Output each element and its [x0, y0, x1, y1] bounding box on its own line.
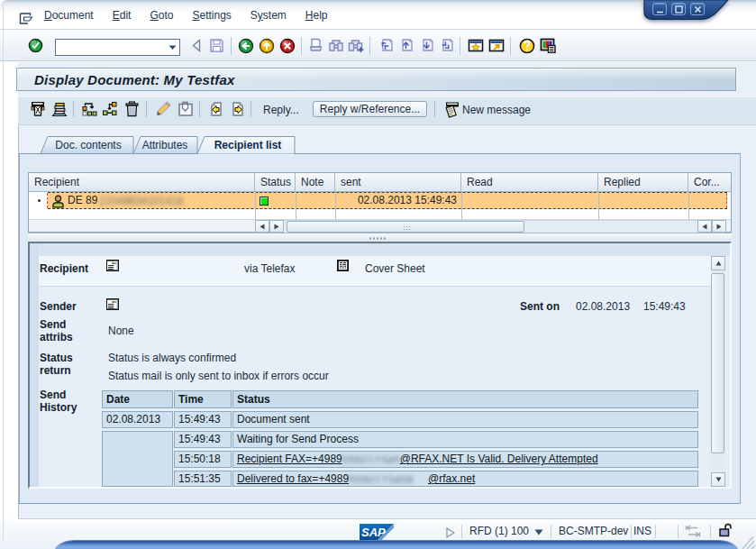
lock-icon[interactable]	[718, 523, 733, 538]
menu-goto[interactable]: Goto	[140, 6, 182, 23]
toolbar-separator	[231, 37, 232, 55]
menu-help[interactable]: Help	[296, 6, 337, 23]
via-telefax-text: via Telefax	[244, 262, 295, 275]
menu-settings[interactable]: Settings	[182, 6, 240, 23]
output-button[interactable]	[31, 101, 47, 117]
minimize-button[interactable]	[652, 3, 667, 15]
column-divider	[688, 192, 689, 219]
hscroll-right-button[interactable]	[269, 220, 284, 233]
enter-button[interactable]	[28, 38, 44, 54]
status-server-field[interactable]: BC-SMTP-dev	[559, 524, 628, 539]
help-button[interactable]	[519, 38, 535, 54]
column-header-recipient[interactable]: Recipient	[29, 173, 255, 191]
cover-sheet-icon[interactable]	[337, 260, 349, 271]
send-attribs-label: Send attribs	[40, 318, 96, 343]
status-green-icon	[260, 197, 269, 206]
hscroll-left-button-2[interactable]	[697, 220, 712, 233]
reply-with-reference-button[interactable]: Reply w/Reference...	[313, 101, 427, 117]
column-header-status[interactable]: Status	[255, 173, 296, 191]
new-message-label[interactable]: New message	[462, 102, 531, 118]
triangle-right-icon	[716, 224, 722, 230]
detail-panel: Recipient via Telefax Cover Sheet Sender	[28, 242, 732, 489]
tab-doc-contents[interactable]: Doc. contents	[46, 138, 131, 152]
reply-button[interactable]: Reply...	[263, 102, 299, 118]
vscroll-up-button[interactable]	[711, 256, 725, 270]
tab-attributes[interactable]: Attributes	[135, 138, 195, 152]
previous-document-button[interactable]	[208, 101, 224, 117]
recipient-row[interactable]: DE 89 21049634101418 02.08.2013 15:49:43	[48, 192, 727, 209]
attach-button[interactable]	[178, 101, 194, 117]
menu-edit[interactable]: Edit	[103, 6, 141, 23]
window-left-border	[3, 0, 4, 541]
system-menu-icon[interactable]	[19, 13, 33, 24]
hscroll-thumb[interactable]	[287, 221, 524, 233]
column-header-sent[interactable]: sent	[335, 173, 461, 191]
find-button[interactable]	[328, 38, 344, 54]
command-dropdown[interactable]	[166, 40, 179, 55]
splitter-handle[interactable]	[28, 233, 732, 242]
statusbar-separator	[631, 525, 632, 538]
minimize-icon	[655, 5, 665, 14]
forward-button[interactable]	[102, 101, 118, 117]
help-icon	[519, 38, 535, 54]
column-header-replied[interactable]: Replied	[598, 173, 688, 191]
close-button[interactable]	[690, 3, 705, 15]
back-circle-button[interactable]	[238, 38, 254, 54]
status-system-dropdown-icon[interactable]	[534, 529, 543, 535]
history-status-link[interactable]: Delivered to fax=+49895550123456@rfax.ne…	[237, 472, 475, 485]
status-expand-icon[interactable]	[446, 527, 455, 538]
column-header-cor[interactable]: Cor...	[688, 173, 727, 191]
maximize-button[interactable]	[671, 3, 686, 15]
sender-card-icon[interactable]	[106, 298, 119, 310]
last-page-icon	[439, 38, 455, 53]
column-header-read[interactable]: Read	[461, 173, 598, 191]
recipient-table-header: Recipient Status Note sent Read Replied …	[29, 173, 731, 192]
row-selector-bullet[interactable]	[38, 199, 41, 202]
vscroll-down-button[interactable]	[711, 472, 725, 487]
command-input[interactable]	[56, 41, 166, 54]
resubmit-button[interactable]	[81, 101, 97, 117]
status-return-line2: Status mail is only sent to inbox if err…	[108, 370, 329, 382]
status-system-field[interactable]: RFD (1) 100	[469, 524, 529, 539]
hscroll-right-button-2[interactable]	[712, 220, 726, 233]
address-card-icon[interactable]	[106, 260, 119, 271]
back-button[interactable]	[189, 38, 205, 54]
resize-grip[interactable]	[737, 533, 755, 549]
svg-text:SAP: SAP	[361, 526, 386, 539]
send-history-label: Send History	[40, 389, 96, 414]
edit-button[interactable]	[155, 101, 171, 117]
vscroll-thumb[interactable]	[711, 273, 724, 453]
forward-icon	[102, 101, 118, 117]
recipient-person-icon	[51, 195, 65, 208]
last-page-button[interactable]	[439, 38, 455, 54]
toolbar-separator	[301, 37, 302, 55]
exit-button[interactable]	[259, 38, 275, 54]
hscroll-left-button[interactable]	[255, 220, 269, 233]
create-shortcut-button[interactable]	[488, 38, 505, 54]
save-floppy-icon	[209, 38, 224, 53]
column-header-note[interactable]: Note	[296, 173, 335, 191]
status-insert-mode[interactable]: INS	[633, 524, 651, 539]
history-status-link[interactable]: Recipient FAX=+4989555012345@RFAX.NET Is…	[237, 453, 598, 465]
customize-layout-button[interactable]	[540, 38, 556, 54]
new-message-button[interactable]	[443, 101, 460, 117]
next-page-button[interactable]	[419, 38, 435, 54]
cancel-button[interactable]	[279, 38, 296, 54]
toolbar-separator	[146, 101, 147, 117]
previous-page-button[interactable]	[398, 38, 414, 54]
tab-recipient-list[interactable]: Recipient list	[202, 138, 294, 152]
find-next-button[interactable]	[348, 38, 364, 54]
first-page-button[interactable]	[378, 38, 394, 54]
create-shortcut-icon	[488, 38, 505, 53]
menu-document[interactable]: Document	[34, 6, 103, 23]
delete-button[interactable]	[124, 101, 141, 117]
toolbar-separator	[73, 101, 74, 117]
new-session-button[interactable]	[468, 38, 484, 54]
save-button[interactable]	[209, 38, 225, 54]
outbox-button[interactable]	[51, 101, 68, 117]
next-document-button[interactable]	[230, 101, 246, 117]
menu-system[interactable]: System	[241, 6, 296, 23]
hscroll-track[interactable]	[284, 220, 697, 233]
command-field[interactable]	[55, 39, 180, 56]
print-button[interactable]	[308, 38, 324, 54]
